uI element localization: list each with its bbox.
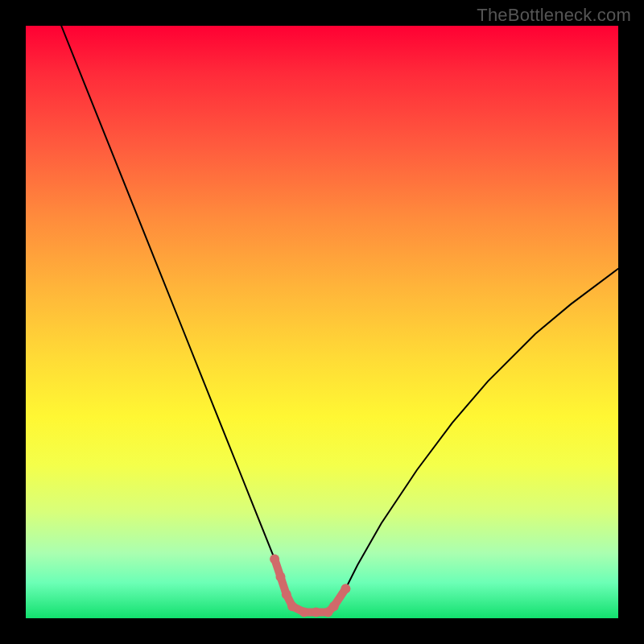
highlight-dot <box>276 572 286 582</box>
highlight-dot <box>287 601 297 611</box>
highlight-dot <box>312 608 321 617</box>
curve-main <box>61 26 618 613</box>
chart-frame: TheBottleneck.com <box>0 0 644 644</box>
highlight-dot <box>341 584 350 593</box>
highlight-dot <box>299 608 309 617</box>
watermark-text: TheBottleneck.com <box>477 5 631 26</box>
highlight-dot <box>329 601 339 611</box>
highlight-dot <box>282 590 291 600</box>
plot-area <box>26 26 618 618</box>
curve-svg <box>26 26 618 618</box>
highlight-dot <box>270 554 279 564</box>
